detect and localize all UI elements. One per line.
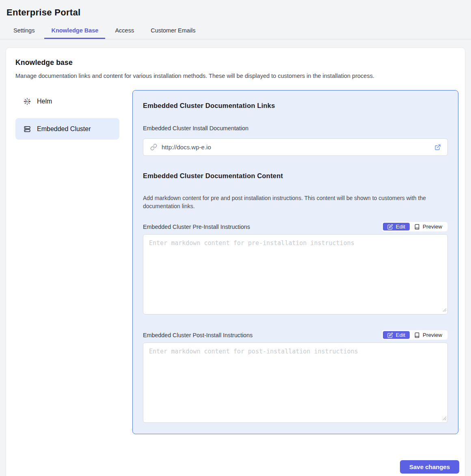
tab-customer-emails[interactable]: Customer Emails — [144, 23, 202, 39]
preview-button-label: Preview — [423, 332, 442, 338]
pre-install-label: Embedded Cluster Pre-Install Instruction… — [143, 224, 250, 230]
server-stack-icon — [23, 125, 31, 133]
book-icon — [414, 224, 420, 230]
helm-icon: HELM — [23, 97, 31, 106]
pre-install-textarea-wrap — [143, 234, 448, 314]
sidebar-item-helm[interactable]: HELM Helm — [15, 93, 119, 110]
post-install-mode-toggle: Edit Preview — [382, 330, 448, 340]
install-doc-input[interactable] — [161, 143, 431, 151]
post-install-header-row: Embedded Cluster Post-Install Instructio… — [143, 330, 448, 340]
sidebar-item-label: Embedded Cluster — [37, 125, 91, 133]
post-install-textarea[interactable] — [143, 342, 448, 423]
install-doc-label: Embedded Cluster Install Documentation — [143, 125, 448, 131]
svg-text:HELM: HELM — [24, 100, 30, 103]
save-changes-button[interactable]: Save changes — [400, 460, 459, 474]
resize-handle[interactable] — [442, 416, 447, 420]
links-section-title: Embedded Cluster Documentation Links — [143, 102, 448, 110]
page-title: Knowledge base — [15, 58, 458, 67]
pre-install-header-row: Embedded Cluster Pre-Install Instruction… — [143, 222, 448, 232]
post-install-preview-button[interactable]: Preview — [410, 331, 447, 339]
embedded-cluster-panel: Embedded Cluster Documentation Links Emb… — [132, 90, 458, 434]
sidebar-item-label: Helm — [37, 98, 52, 105]
tab-access[interactable]: Access — [108, 23, 141, 39]
post-install-label: Embedded Cluster Post-Install Instructio… — [143, 332, 253, 338]
content-row: HELM Helm Embedded Cluster Embedde — [15, 90, 458, 434]
preview-button-label: Preview — [423, 224, 442, 230]
link-icon — [150, 144, 157, 151]
edit-icon — [387, 332, 393, 338]
sidebar-item-embedded-cluster[interactable]: Embedded Cluster — [15, 118, 119, 140]
pre-install-textarea[interactable] — [143, 234, 448, 314]
app-title: Enterprise Portal — [0, 0, 471, 23]
edit-button-label: Edit — [396, 332, 405, 338]
content-section-title: Embedded Cluster Documentation Content — [143, 172, 448, 180]
post-install-edit-button[interactable]: Edit — [383, 331, 410, 339]
pre-install-mode-toggle: Edit Preview — [382, 222, 448, 232]
knowledge-base-card: Knowledge base Manage documentation link… — [6, 47, 465, 476]
external-link-icon[interactable] — [434, 144, 441, 151]
install-doc-input-wrap — [143, 138, 448, 156]
content-section-description: Add markdown content for pre and post in… — [143, 194, 448, 210]
install-method-sidebar: HELM Helm Embedded Cluster — [15, 93, 119, 140]
resize-handle[interactable] — [442, 308, 447, 312]
edit-icon — [387, 224, 393, 230]
save-row: Save changes — [15, 460, 459, 474]
edit-button-label: Edit — [396, 224, 405, 230]
page-description: Manage documentation links and content f… — [15, 73, 458, 79]
post-install-textarea-wrap — [143, 342, 448, 423]
book-icon — [414, 332, 420, 338]
pre-install-edit-button[interactable]: Edit — [383, 223, 410, 230]
tab-settings[interactable]: Settings — [6, 23, 41, 39]
tab-bar: Settings Knowledge Base Access Customer … — [0, 23, 471, 39]
pre-install-preview-button[interactable]: Preview — [410, 223, 447, 230]
tab-knowledge-base[interactable]: Knowledge Base — [44, 23, 105, 39]
